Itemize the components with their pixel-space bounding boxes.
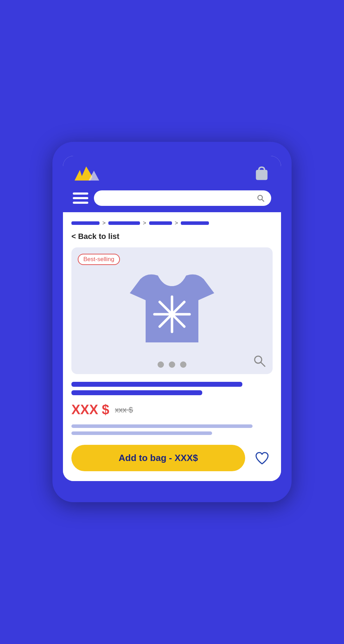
header-bottom — [73, 190, 271, 206]
hamburger-line — [73, 192, 88, 195]
breadcrumb-item-2[interactable] — [108, 221, 140, 225]
tshirt-svg — [119, 258, 225, 356]
zoom-button[interactable] — [252, 354, 266, 369]
logo-icon — [73, 163, 101, 184]
cart-icon — [253, 164, 270, 183]
breadcrumb-sep-1: > — [102, 220, 106, 226]
description-bar-2 — [71, 431, 212, 435]
phone-shell: > > > < Back to list Best-selling — [52, 142, 292, 502]
hamburger-line — [73, 197, 88, 199]
search-input[interactable] — [100, 195, 254, 202]
heart-icon — [254, 450, 270, 466]
breadcrumb-item-1[interactable] — [71, 221, 100, 225]
header-top — [73, 163, 271, 184]
breadcrumb-item-4[interactable] — [181, 221, 209, 225]
carousel-dots — [158, 361, 186, 368]
logo — [73, 163, 101, 184]
breadcrumb-item-3[interactable] — [149, 221, 172, 225]
product-image — [119, 258, 225, 356]
search-icon — [256, 194, 265, 202]
price-current: XXX $ — [71, 402, 109, 417]
product-image-area: Best-selling — [71, 247, 273, 374]
breadcrumb-sep-2: > — [143, 220, 146, 226]
description-bar-1 — [71, 424, 253, 428]
svg-rect-3 — [256, 170, 267, 180]
header — [63, 156, 281, 212]
product-title-bar-2 — [71, 390, 202, 395]
svg-line-5 — [262, 200, 264, 202]
hamburger-menu[interactable] — [73, 192, 88, 204]
add-to-bag-button[interactable]: Add to bag - XXX$ — [71, 445, 245, 471]
product-title-bar-1 — [71, 382, 242, 387]
carousel-dot-2[interactable] — [169, 361, 175, 368]
price-row: XXX $ xxx $ — [71, 402, 273, 417]
add-to-bag-row: Add to bag - XXX$ — [71, 445, 273, 471]
zoom-icon — [252, 354, 266, 368]
hamburger-line — [73, 202, 88, 204]
carousel-dot-3[interactable] — [180, 361, 186, 368]
wishlist-button[interactable] — [251, 448, 273, 469]
carousel-dot-1[interactable] — [158, 361, 164, 368]
cart-button[interactable] — [252, 163, 271, 184]
back-to-list-link[interactable]: < Back to list — [71, 232, 273, 241]
breadcrumb: > > > — [71, 220, 273, 226]
best-selling-badge: Best-selling — [78, 254, 120, 265]
content-area: > > > < Back to list Best-selling — [63, 212, 281, 481]
svg-line-11 — [261, 362, 265, 366]
price-original: xxx $ — [115, 405, 133, 415]
phone-screen: > > > < Back to list Best-selling — [63, 156, 281, 481]
search-bar[interactable] — [94, 190, 271, 206]
breadcrumb-sep-3: > — [175, 220, 178, 226]
